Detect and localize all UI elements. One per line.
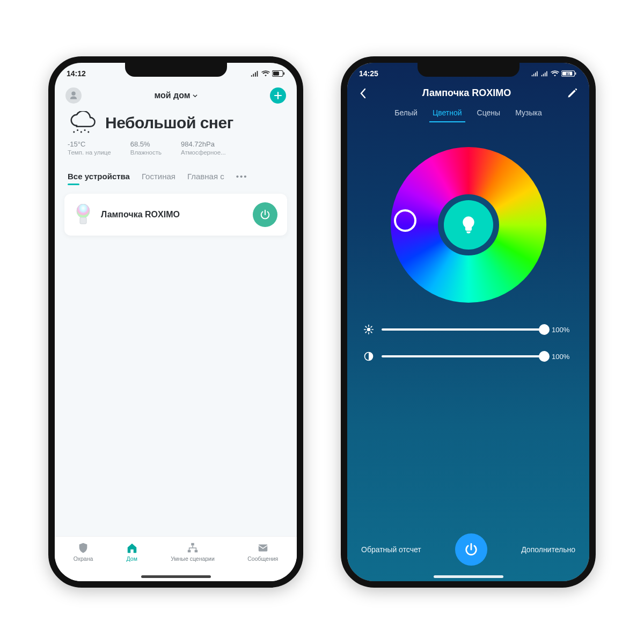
weather-temp: -15°C Темп. на улице bbox=[68, 140, 111, 156]
nav-home[interactable]: Дом bbox=[126, 542, 138, 562]
home-indicator[interactable] bbox=[434, 575, 503, 578]
color-wheel-cursor[interactable] bbox=[394, 209, 416, 232]
chevron-down-icon bbox=[193, 93, 197, 98]
saturation-slider[interactable] bbox=[382, 355, 544, 357]
pressure-value: 984.72hPa bbox=[181, 140, 226, 148]
mode-tab-scenes[interactable]: Сцены bbox=[477, 108, 501, 117]
tab-all-devices[interactable]: Все устройства bbox=[68, 172, 130, 181]
svg-rect-15 bbox=[575, 72, 576, 75]
svg-point-3 bbox=[77, 129, 78, 131]
plus-icon bbox=[274, 91, 282, 100]
saturation-value: 100% bbox=[552, 353, 573, 361]
weather-pressure: 984.72hPa Атмосферное... bbox=[181, 140, 226, 156]
tab-living-room[interactable]: Гостиная bbox=[142, 172, 175, 181]
battery-percent: 81 bbox=[566, 72, 570, 76]
battery-icon: 81 bbox=[561, 70, 577, 77]
nav-scenarios-label: Умные сценарии bbox=[171, 555, 215, 562]
contrast-icon bbox=[363, 351, 374, 362]
device-card[interactable]: Лампочка ROXIMO bbox=[64, 194, 287, 236]
humidity-value: 68.5% bbox=[130, 140, 162, 148]
mail-icon bbox=[257, 542, 269, 554]
humidity-label: Влажность bbox=[130, 149, 162, 156]
power-icon bbox=[259, 209, 271, 221]
lamp-power-button[interactable] bbox=[455, 533, 487, 566]
home-indicator[interactable] bbox=[141, 575, 211, 578]
temp-value: -15°C bbox=[68, 140, 111, 148]
brightness-value: 100% bbox=[552, 326, 573, 334]
svg-point-5 bbox=[84, 129, 86, 131]
mode-tab-music[interactable]: Музыка bbox=[515, 108, 542, 117]
svg-rect-1 bbox=[283, 72, 284, 75]
nav-security-label: Охрана bbox=[74, 555, 93, 562]
bulb-icon bbox=[74, 204, 92, 225]
chevron-left-icon bbox=[359, 88, 367, 99]
svg-point-4 bbox=[80, 131, 82, 133]
slider-thumb[interactable] bbox=[539, 324, 550, 335]
bulb-icon bbox=[460, 216, 477, 234]
battery-icon bbox=[272, 70, 285, 77]
brightness-slider[interactable] bbox=[382, 328, 544, 331]
page-title: Лампочка ROXIMO bbox=[422, 87, 511, 99]
home-icon bbox=[126, 542, 138, 554]
pencil-icon bbox=[567, 88, 577, 99]
house-selector[interactable]: мой дом bbox=[154, 91, 197, 100]
weather-widget: Небольшой снег -15°C Темп. на улице 68.5… bbox=[55, 106, 297, 160]
house-name: мой дом bbox=[154, 91, 190, 100]
phone-notch bbox=[418, 63, 519, 77]
wifi-icon bbox=[261, 70, 270, 77]
svg-rect-13 bbox=[259, 545, 268, 552]
nav-home-label: Дом bbox=[127, 555, 137, 562]
status-icons: 81 bbox=[531, 70, 577, 77]
add-button[interactable] bbox=[270, 87, 286, 104]
nav-scenarios[interactable]: Умные сценарии bbox=[171, 542, 215, 562]
saturation-slider-row: 100% bbox=[347, 335, 589, 362]
power-icon bbox=[464, 542, 479, 557]
status-icons bbox=[251, 70, 285, 77]
status-time: 14:12 bbox=[67, 69, 86, 78]
svg-rect-12 bbox=[195, 550, 198, 553]
more-link[interactable]: Дополнительно bbox=[521, 545, 575, 554]
nav-messages[interactable]: Сообщения bbox=[247, 542, 278, 562]
bottom-nav: Охрана Дом Умные сценарии Сообщения bbox=[55, 536, 297, 581]
svg-rect-11 bbox=[188, 550, 191, 553]
color-wheel-center[interactable] bbox=[444, 200, 493, 250]
weather-title: Небольшой снег bbox=[105, 114, 233, 132]
brightness-slider-row: 100% bbox=[347, 308, 589, 335]
phone-notch bbox=[125, 63, 227, 77]
shield-icon bbox=[77, 542, 89, 554]
scenarios-icon bbox=[187, 542, 199, 554]
mode-tab-white[interactable]: Белый bbox=[394, 108, 418, 117]
signal-icon bbox=[251, 71, 259, 77]
nav-messages-label: Сообщения bbox=[247, 555, 278, 562]
tabs-more[interactable]: ••• bbox=[236, 172, 248, 181]
signal-icon bbox=[531, 71, 539, 77]
weather-humidity: 68.5% Влажность bbox=[130, 140, 162, 156]
brightness-icon_sun-icon bbox=[363, 324, 374, 335]
svg-rect-2 bbox=[273, 71, 279, 75]
svg-point-8 bbox=[77, 204, 90, 218]
tab-main-room[interactable]: Главная с bbox=[187, 172, 224, 181]
person-icon bbox=[69, 91, 78, 100]
mode-tab-color[interactable]: Цветной bbox=[433, 108, 462, 117]
wifi-icon bbox=[551, 70, 559, 77]
nav-security[interactable]: Охрана bbox=[74, 542, 93, 562]
svg-rect-10 bbox=[191, 543, 194, 546]
countdown-link[interactable]: Обратный отсчет bbox=[361, 545, 421, 554]
phone-home: 14:12 мой дом bbox=[48, 56, 303, 588]
back-button[interactable] bbox=[359, 88, 367, 99]
svg-point-17 bbox=[367, 328, 371, 332]
profile-avatar[interactable] bbox=[65, 87, 82, 104]
status-time: 14:25 bbox=[359, 69, 378, 78]
pressure-label: Атмосферное... bbox=[181, 149, 226, 156]
device-power-button[interactable] bbox=[253, 202, 277, 227]
slider-thumb[interactable] bbox=[539, 351, 550, 362]
signal-icon-2 bbox=[541, 71, 548, 77]
svg-point-7 bbox=[73, 131, 75, 133]
device-name: Лампочка ROXIMO bbox=[101, 210, 244, 219]
phone-lamp-control: 14:25 81 Лампочка ROXIMO Белый Цветной С… bbox=[341, 56, 596, 588]
cloud-snow-icon bbox=[68, 111, 97, 135]
edit-button[interactable] bbox=[567, 88, 577, 99]
color-wheel[interactable] bbox=[391, 147, 546, 303]
svg-point-6 bbox=[87, 131, 89, 133]
temp-label: Темп. на улице bbox=[68, 149, 111, 156]
